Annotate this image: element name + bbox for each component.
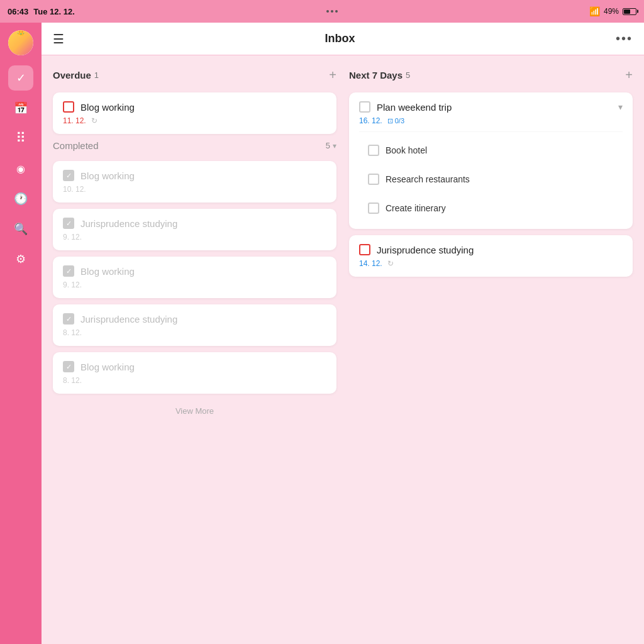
sidebar-item-apps[interactable]: ⠿: [8, 126, 33, 151]
subtask-1-label: Book hotel: [386, 145, 427, 155]
dot-2: [331, 10, 333, 13]
status-bar: 06:43 Tue 12. 12. 📶 49%: [0, 0, 644, 23]
chevron-down-icon: ▾: [333, 142, 336, 150]
expand-icon[interactable]: ▾: [618, 102, 623, 112]
completed-task-1[interactable]: ✓ Blog working 10. 12.: [53, 161, 336, 203]
overdue-header: Overdue 1 +: [53, 68, 336, 82]
completed-task-2-label: Jurisprudence studying: [80, 218, 177, 229]
overdue-task-label: Blog working: [80, 102, 135, 113]
dot-1: [326, 10, 329, 13]
overdue-title: Overdue: [53, 70, 91, 80]
completed-checkbox-1: ✓: [63, 170, 74, 181]
status-bar-left: 06:43 Tue 12. 12.: [8, 7, 75, 16]
subtask-count: 0/3: [395, 117, 404, 125]
circle-icon: ◉: [16, 163, 25, 175]
next7days-title: Next 7 Days: [349, 70, 402, 80]
search-icon: 🔍: [14, 222, 28, 236]
view-more-button[interactable]: View More: [53, 400, 336, 422]
completed-task-1-title: ✓ Blog working: [63, 170, 326, 181]
completed-task-2-title: ✓ Jurisprudence studying: [63, 218, 326, 229]
completed-task-5-date: 8. 12.: [63, 376, 326, 385]
plan-card-header: Plan weekend trip ▾: [359, 101, 623, 113]
jur-card-date: 14. 12.: [359, 259, 382, 268]
subtask-1[interactable]: Book hotel: [359, 138, 623, 162]
more-options-button[interactable]: •••: [616, 31, 633, 46]
completed-task-2[interactable]: ✓ Jurisprudence studying 9. 12.: [53, 209, 336, 250]
sidebar-item-timer[interactable]: 🕐: [8, 186, 33, 211]
jur-studying-card[interactable]: Jurisprudence studying 14. 12. ↻: [349, 235, 633, 277]
completed-task-3-date: 9. 12.: [63, 280, 326, 289]
battery-percent: 49%: [604, 7, 619, 16]
next7days-add-button[interactable]: +: [625, 68, 633, 82]
completed-task-1-label: Blog working: [80, 170, 135, 181]
overdue-task-date-row: 11. 12. ↻: [63, 116, 326, 125]
completed-task-5[interactable]: ✓ Blog working 8. 12.: [53, 352, 336, 394]
completed-checkbox-3: ✓: [63, 265, 74, 277]
time-display: 06:43: [8, 7, 28, 16]
crown-icon: 👑: [17, 30, 25, 36]
dot-3: [335, 10, 338, 13]
completed-task-5-label: Blog working: [80, 362, 135, 372]
subtask-1-checkbox[interactable]: [368, 145, 379, 156]
completed-count-area[interactable]: 5 ▾: [326, 141, 336, 150]
check-icon: ✓: [16, 71, 26, 85]
plan-card-title: Plan weekend trip: [377, 102, 452, 113]
completed-task-1-date: 10. 12.: [63, 185, 326, 194]
completed-task-4[interactable]: ✓ Jurisprudence studying 8. 12.: [53, 304, 336, 346]
plan-checkbox[interactable]: [359, 101, 370, 113]
subtask-2-label: Research restaurants: [386, 174, 470, 184]
sidebar-item-search[interactable]: 🔍: [8, 216, 33, 242]
menu-button[interactable]: ☰: [53, 31, 64, 47]
subtask-2[interactable]: Research restaurants: [359, 167, 623, 191]
sidebar-item-settings[interactable]: ⚙: [8, 247, 33, 272]
jur-card-title-area: Jurisprudence studying: [359, 244, 623, 255]
subtask-3-label: Create itinerary: [386, 203, 446, 213]
calendar-icon: 📅: [14, 101, 28, 115]
sidebar-item-tasks[interactable]: ✓: [8, 65, 33, 91]
completed-task-5-title: ✓ Blog working: [63, 361, 326, 372]
battery-fill: [624, 9, 630, 14]
wifi-icon: 📶: [589, 6, 600, 16]
next7days-count: 5: [406, 70, 410, 80]
overdue-task-blog-working[interactable]: Blog working 11. 12. ↻: [53, 92, 336, 134]
overdue-count: 1: [94, 70, 99, 80]
status-bar-right: 📶 49%: [589, 6, 636, 16]
plan-weekend-trip-card[interactable]: Plan weekend trip ▾ 16. 12. ⊡ 0/3: [349, 92, 633, 229]
subtask-2-checkbox[interactable]: [368, 174, 379, 185]
left-column: Overdue 1 + Blog working 11. 12. ↻ Compl…: [53, 68, 343, 631]
subtask-icon: ⊡: [387, 117, 393, 125]
jur-repeat-icon: ↻: [387, 259, 394, 268]
subtask-3-checkbox[interactable]: [368, 203, 379, 214]
completed-task-3[interactable]: ✓ Blog working 9. 12.: [53, 257, 336, 298]
sidebar-item-focus[interactable]: ◉: [8, 156, 33, 181]
completed-header: Completed 5 ▾: [53, 140, 336, 151]
completed-checkbox-2: ✓: [63, 218, 74, 229]
sidebar: 👑 ✓ 📅 ⠿ ◉ 🕐 🔍 ⚙: [0, 23, 42, 644]
top-bar: ☰ Inbox •••: [42, 23, 644, 55]
overdue-task-checkbox[interactable]: [63, 101, 74, 113]
subtask-3[interactable]: Create itinerary: [359, 196, 623, 220]
right-column: Next 7 Days 5 + Plan weekend trip ▾ 16. …: [343, 68, 633, 631]
plan-card-date-row: 16. 12. ⊡ 0/3: [359, 116, 623, 125]
jur-checkbox[interactable]: [359, 244, 370, 255]
completed-task-3-label: Blog working: [80, 266, 135, 277]
next7days-header: Next 7 Days 5 +: [349, 68, 633, 82]
overdue-task-title: Blog working: [63, 101, 326, 113]
main-area: ☰ Inbox ••• Overdue 1 + Blog working: [42, 23, 644, 644]
avatar[interactable]: 👑: [8, 30, 33, 55]
completed-title: Completed: [53, 140, 99, 151]
completed-task-2-date: 9. 12.: [63, 233, 326, 242]
clock-icon: 🕐: [14, 192, 28, 206]
jur-card-title: Jurisprudence studying: [377, 245, 474, 255]
plan-card-sub-count: ⊡ 0/3: [387, 117, 404, 125]
plan-card-title-area: Plan weekend trip: [359, 101, 452, 113]
battery-icon: [623, 8, 636, 15]
completed-task-4-label: Jurisprudence studying: [80, 314, 177, 325]
content-area: Overdue 1 + Blog working 11. 12. ↻ Compl…: [42, 55, 644, 644]
overdue-add-button[interactable]: +: [329, 68, 336, 82]
sidebar-item-calendar[interactable]: 📅: [8, 96, 33, 121]
completed-task-4-date: 8. 12.: [63, 328, 326, 337]
next7days-header-left: Next 7 Days 5: [349, 70, 410, 80]
overdue-task-date: 11. 12.: [63, 116, 86, 125]
completed-task-3-title: ✓ Blog working: [63, 265, 326, 277]
